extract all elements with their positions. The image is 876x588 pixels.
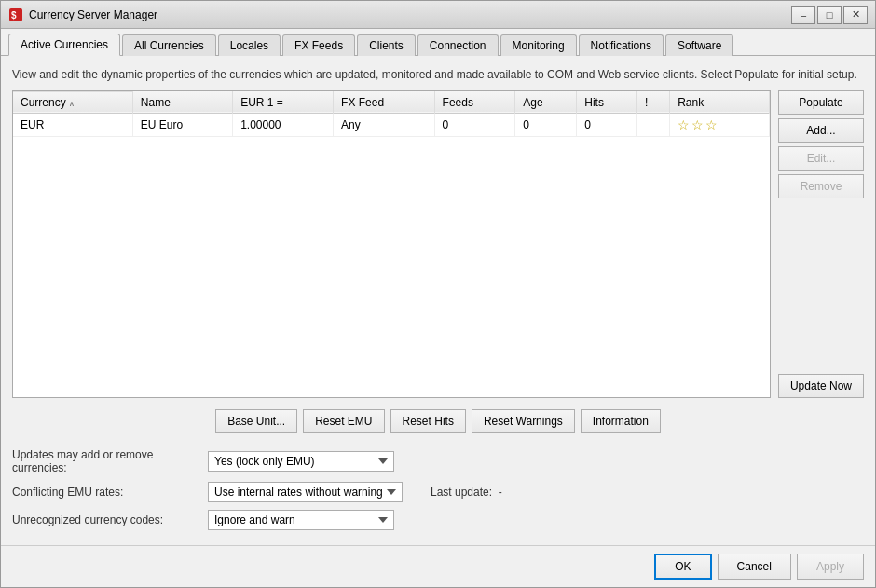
sort-arrow-icon: ∧: [69, 100, 75, 108]
main-area: Currency ∧ Name EUR 1 = FX Feed Feeds Ag…: [12, 90, 864, 398]
star-rating: ☆☆☆: [678, 117, 719, 132]
window-title: Currency Server Manager: [29, 8, 791, 21]
updates-row: Updates may add or remove currencies: Ye…: [12, 448, 864, 474]
main-window: $ Currency Server Manager – □ ✕ Active C…: [0, 0, 876, 588]
cell-currency: EUR: [13, 113, 132, 136]
updates-label: Updates may add or remove currencies:: [12, 448, 198, 474]
ok-button[interactable]: OK: [654, 554, 711, 580]
cell-name: EU Euro: [132, 113, 232, 136]
updates-select[interactable]: Yes (lock only EMU) Yes No: [208, 451, 394, 472]
tab-content: View and edit the dynamic properties of …: [1, 56, 875, 545]
remove-button[interactable]: Remove: [778, 174, 864, 198]
col-currency[interactable]: Currency ∧: [13, 91, 132, 113]
reset-warnings-button[interactable]: Reset Warnings: [472, 409, 575, 433]
unrecognized-label: Unrecognized currency codes:: [12, 513, 198, 526]
table-row[interactable]: EUR EU Euro 1.00000 Any 0 0 0 ☆☆☆: [13, 113, 769, 136]
col-eur1[interactable]: EUR 1 =: [233, 91, 334, 113]
col-exclamation[interactable]: !: [637, 91, 670, 113]
tab-all-currencies[interactable]: All Currencies: [122, 34, 216, 56]
tab-active-currencies[interactable]: Active Currencies: [8, 34, 120, 56]
maximize-button[interactable]: □: [817, 6, 842, 24]
tab-fx-feeds[interactable]: FX Feeds: [282, 34, 355, 56]
cell-feeds: 0: [434, 113, 515, 136]
populate-button[interactable]: Populate: [778, 90, 864, 115]
cell-eur1: 1.00000: [233, 113, 334, 136]
title-bar: $ Currency Server Manager – □ ✕: [1, 1, 875, 29]
apply-button: Apply: [797, 554, 864, 580]
update-now-button[interactable]: Update Now: [778, 374, 864, 398]
reset-hits-button[interactable]: Reset Hits: [390, 409, 466, 433]
cell-hits: 0: [577, 113, 637, 136]
unrecognized-select[interactable]: Ignore and warn Reject Accept: [208, 510, 394, 530]
tab-bar: Active Currencies All Currencies Locales…: [1, 29, 875, 56]
form-area: Updates may add or remove currencies: Ye…: [12, 444, 864, 534]
conflicting-select[interactable]: Use internal rates without warning Use e…: [208, 482, 403, 502]
information-button[interactable]: Information: [581, 409, 661, 433]
unrecognized-row: Unrecognized currency codes: Ignore and …: [12, 510, 864, 530]
conflicting-row: Conflicting EMU rates: Use internal rate…: [12, 482, 864, 502]
cell-rank: ☆☆☆: [670, 113, 770, 136]
col-hits[interactable]: Hits: [577, 91, 637, 113]
tab-connection[interactable]: Connection: [417, 34, 499, 56]
last-update-value: -: [499, 485, 502, 499]
add-button[interactable]: Add...: [778, 118, 864, 143]
side-buttons: Populate Add... Edit... Remove Update No…: [778, 90, 864, 398]
last-update-label: Last update: -: [431, 485, 502, 499]
currencies-table: Currency ∧ Name EUR 1 = FX Feed Feeds Ag…: [13, 91, 770, 137]
title-controls: – □ ✕: [791, 6, 868, 24]
col-name[interactable]: Name: [132, 91, 232, 113]
cell-exclamation: [637, 113, 670, 136]
cell-age: 0: [515, 113, 577, 136]
currencies-table-container: Currency ∧ Name EUR 1 = FX Feed Feeds Ag…: [12, 90, 771, 398]
description-text: View and edit the dynamic properties of …: [12, 67, 864, 83]
col-rank[interactable]: Rank: [670, 91, 770, 113]
app-icon: $: [8, 7, 23, 22]
minimize-button[interactable]: –: [791, 6, 815, 24]
close-button[interactable]: ✕: [843, 6, 868, 24]
tab-monitoring[interactable]: Monitoring: [500, 34, 577, 56]
conflicting-label: Conflicting EMU rates:: [12, 485, 198, 499]
col-fxfeed[interactable]: FX Feed: [334, 91, 435, 113]
table-header-row: Currency ∧ Name EUR 1 = FX Feed Feeds Ag…: [13, 91, 769, 113]
edit-button[interactable]: Edit...: [778, 146, 864, 171]
tab-clients[interactable]: Clients: [357, 34, 416, 56]
bottom-buttons: Base Unit... Reset EMU Reset Hits Reset …: [12, 405, 864, 437]
tab-software[interactable]: Software: [665, 34, 733, 56]
svg-text:$: $: [11, 10, 17, 21]
cell-fxfeed: Any: [334, 113, 435, 136]
tab-locales[interactable]: Locales: [218, 34, 281, 56]
cancel-button[interactable]: Cancel: [718, 554, 791, 580]
col-age[interactable]: Age: [515, 91, 577, 113]
base-unit-button[interactable]: Base Unit...: [215, 409, 297, 433]
tab-notifications[interactable]: Notifications: [579, 34, 664, 56]
dialog-footer: OK Cancel Apply: [1, 545, 875, 587]
reset-emu-button[interactable]: Reset EMU: [303, 409, 384, 433]
col-feeds[interactable]: Feeds: [434, 91, 515, 113]
